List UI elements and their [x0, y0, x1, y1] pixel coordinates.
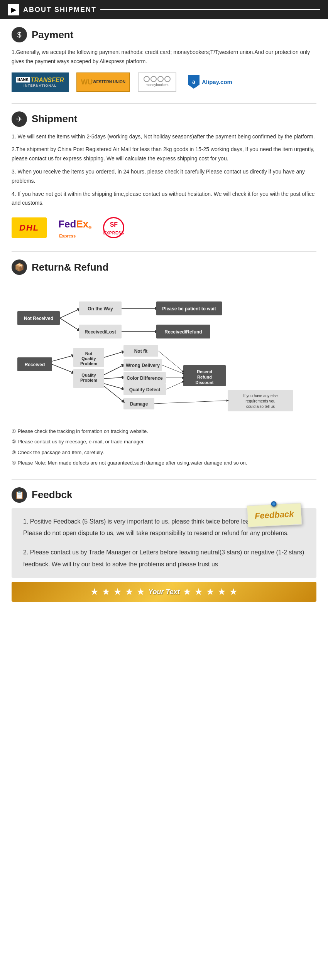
- feedback-heading: Feedbck: [32, 489, 73, 501]
- moneybookers-logo: moneybookers: [138, 72, 176, 92]
- pin-circle: [271, 501, 276, 507]
- svg-line-47: [166, 382, 183, 389]
- svg-text:Discount: Discount: [195, 380, 213, 385]
- sf-box: SF EXPRESS: [103, 217, 124, 238]
- payment-body: 1.Generally, we accept the following pay…: [12, 48, 316, 92]
- svg-text:Quality: Quality: [81, 373, 96, 377]
- alipay-logo: a Alipay.com: [184, 72, 236, 92]
- bank-transfer-logo: BANK TRANSFER INTERNATIONAL: [12, 72, 69, 92]
- svg-text:Problem: Problem: [80, 378, 97, 382]
- star-7: ★: [194, 586, 203, 597]
- svg-text:Quality Defect: Quality Defect: [129, 387, 161, 392]
- return-notes-list: ① Please check the tracking in formation…: [12, 427, 316, 468]
- alipay-text: Alipay.com: [202, 77, 232, 87]
- star-4: ★: [125, 586, 134, 597]
- svg-line-28: [104, 365, 123, 375]
- svg-line-34: [104, 384, 123, 389]
- svg-text:Received/Lost: Received/Lost: [85, 329, 116, 335]
- svg-line-22: [104, 352, 123, 357]
- svg-line-2: [60, 309, 79, 318]
- star-1: ★: [90, 586, 99, 597]
- star-5: ★: [137, 586, 145, 597]
- plane-icon: ✈: [16, 115, 23, 124]
- dollar-icon: $: [17, 30, 21, 39]
- feedback-box-icon: 📋: [15, 490, 24, 500]
- return-box-icon: 📦: [15, 263, 24, 272]
- shipment-para3: 3. When you receive the items you ordere…: [12, 167, 316, 186]
- feedback-icon: 📋: [12, 487, 27, 503]
- fedex-fed: Fed: [58, 216, 76, 232]
- svg-text:On the Way: On the Way: [88, 306, 113, 312]
- note-3: ③ Check the package and Item, carefully.: [12, 448, 316, 457]
- return-icon: 📦: [12, 259, 27, 275]
- shipment-para2: 2.The shipment by China Post Registered …: [12, 145, 316, 163]
- star-10: ★: [229, 586, 238, 597]
- section-divider-2: [12, 251, 316, 252]
- payment-icon: $: [12, 27, 27, 42]
- header-divider: [100, 9, 320, 10]
- svg-text:Resend: Resend: [197, 369, 212, 374]
- return-refund-section: 📦 Return& Refund Not Received On the Way…: [12, 259, 316, 468]
- star-9: ★: [218, 586, 226, 597]
- star-6: ★: [183, 586, 191, 597]
- return-heading: Return& Refund: [32, 261, 108, 273]
- header-icon-symbol: ▶: [11, 6, 16, 13]
- refund-flowchart: Not Received On the Way Please be patien…: [12, 280, 316, 419]
- star-2: ★: [102, 586, 110, 597]
- circle-3: [157, 76, 164, 82]
- stars-banner: ★ ★ ★ ★ ★ Your Text ★ ★ ★ ★ ★: [12, 582, 316, 602]
- svg-text:Please be patient to wait: Please be patient to wait: [162, 306, 216, 312]
- carrier-logos: DHL FedEx® Express SF EXPRESS: [12, 216, 316, 240]
- svg-line-3: [60, 318, 79, 330]
- circle-1: [144, 76, 150, 82]
- fedex-express-text: Express: [59, 232, 91, 240]
- transfer-word: TRANSFER: [30, 76, 64, 84]
- western-union-logo: WU WESTERN UNION: [76, 72, 130, 92]
- fedex-ex: Ex: [76, 216, 88, 232]
- return-section-title: 📦 Return& Refund: [12, 259, 316, 275]
- circle-2: [150, 76, 157, 82]
- dhl-logo: DHL: [12, 217, 47, 238]
- fedex-wordmark: FedEx®: [58, 216, 91, 232]
- svg-text:Problem: Problem: [80, 361, 97, 366]
- payment-section-title: $ Payment: [12, 27, 316, 42]
- shipment-icon: ✈: [12, 111, 27, 127]
- payment-section: $ Payment 1.Generally, we accept the fol…: [12, 27, 316, 92]
- svg-line-17: [52, 364, 73, 373]
- shipment-section: ✈ Shipment 1. We will sent the items wit…: [12, 111, 316, 240]
- svg-line-52: [154, 401, 228, 404]
- shipment-section-title: ✈ Shipment: [12, 111, 316, 127]
- svg-text:requirements you: requirements you: [245, 399, 275, 403]
- svg-text:Damage: Damage: [130, 401, 148, 407]
- svg-text:could also tell us: could also tell us: [246, 404, 275, 409]
- feedback-wrapper: Feedback 1. Positive Feedback (5 Stars) …: [12, 508, 316, 578]
- feedback-section-title: 📋 Feedbck: [12, 487, 316, 503]
- svg-text:Refund: Refund: [197, 375, 212, 379]
- header-icon: ▶: [8, 4, 19, 15]
- sf-text: SF: [110, 219, 118, 230]
- svg-line-16: [52, 355, 73, 361]
- international-word: INTERNATIONAL: [24, 84, 57, 88]
- star-3: ★: [113, 586, 122, 597]
- svg-text:Color Difference: Color Difference: [127, 375, 163, 381]
- payment-text: 1.Generally, we accept the following pay…: [12, 48, 316, 66]
- svg-text:Not fit: Not fit: [134, 349, 148, 354]
- page-header: ▶ ABOUT SHIPMENT: [0, 0, 328, 19]
- shipment-para1: 1. We will sent the items within 2-5days…: [12, 132, 316, 141]
- bank-top: BANK TRANSFER: [16, 76, 64, 84]
- note-1: ① Please check the tracking in formation…: [12, 427, 316, 436]
- section-divider-1: [12, 103, 316, 104]
- wu-top: WU: [81, 79, 93, 86]
- svg-text:Not: Not: [85, 351, 93, 356]
- svg-line-31: [104, 377, 123, 379]
- svg-text:If you have any else: If you have any else: [243, 394, 278, 398]
- note-4: ④ Please Note: Men made defects are not …: [12, 458, 316, 467]
- payment-heading: Payment: [32, 29, 73, 41]
- shipment-heading: Shipment: [32, 113, 77, 125]
- feedback-note-graphic: Feedback: [247, 503, 301, 527]
- bank-word: BANK: [16, 77, 30, 83]
- fedex-logo: FedEx® Express: [58, 216, 91, 240]
- svg-text:Received/Refund: Received/Refund: [164, 329, 202, 335]
- feedback-para2: 2. Please contact us by Trade Manager or…: [23, 547, 305, 570]
- page-title: ABOUT SHIPMENT: [23, 6, 96, 14]
